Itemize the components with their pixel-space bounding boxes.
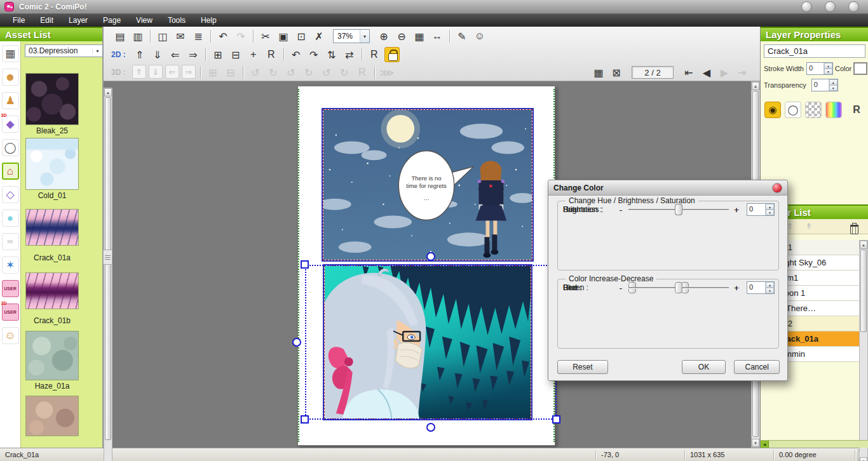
- spin-down-icon[interactable]: ▼: [829, 85, 837, 91]
- flip-vertical-icon[interactable]: ⇅: [324, 47, 339, 62]
- character-3d-icon[interactable]: ☺: [472, 29, 487, 44]
- dialog-title-bar[interactable]: Change Color: [548, 180, 787, 196]
- layer-list-scrollbar[interactable]: ▲ ▼: [859, 240, 868, 461]
- dialog-close-button[interactable]: [772, 183, 782, 193]
- undo-icon[interactable]: ↶: [215, 29, 231, 44]
- user-3d-tool-icon[interactable]: USER 3D: [2, 304, 19, 321]
- character-tool-icon[interactable]: ♟: [2, 92, 19, 109]
- item-2d-tool-icon[interactable]: ◇: [2, 186, 19, 203]
- pose-edit-icon[interactable]: ✎: [454, 29, 470, 44]
- comic-panel-1[interactable]: There is no time for regrets …: [322, 108, 534, 262]
- transparency-checker-icon[interactable]: [805, 102, 822, 118]
- zoom-level-select[interactable]: 37% ▼: [333, 29, 370, 43]
- menu-item-tools[interactable]: Tools: [160, 15, 193, 26]
- selection-handle-bottom-right[interactable]: [552, 415, 560, 424]
- rotate-ccw-icon[interactable]: ↶: [288, 47, 304, 62]
- zoom-in-icon[interactable]: ⊕: [376, 29, 391, 44]
- page-list-icon[interactable]: ▦: [412, 29, 427, 44]
- balloon-tool-icon[interactable]: ◯: [2, 139, 19, 156]
- selection-handle-left-center[interactable]: [292, 338, 301, 347]
- layer-name-input[interactable]: Crack_01a: [764, 44, 865, 58]
- print-icon[interactable]: ≣: [191, 29, 206, 44]
- menu-item-help[interactable]: Help: [193, 15, 224, 26]
- close-button[interactable]: [848, 1, 859, 12]
- maximize-button[interactable]: [825, 1, 836, 12]
- prev-page-icon[interactable]: ◀: [699, 65, 714, 80]
- character-balloon-tool-icon[interactable]: ☻: [2, 69, 19, 86]
- asset-thumbnail[interactable]: [25, 73, 79, 125]
- move-up-icon[interactable]: ⇑: [132, 47, 147, 62]
- spin-down-icon[interactable]: ▼: [766, 288, 774, 293]
- stroke-color-swatch[interactable]: [853, 62, 867, 75]
- asset-thumbnail[interactable]: [25, 209, 79, 246]
- selection-handle-top-left[interactable]: [301, 260, 309, 269]
- selection-handle-top-center[interactable]: [426, 252, 435, 261]
- menu-item-file[interactable]: File: [5, 15, 32, 26]
- selection-rectangle[interactable]: [305, 265, 557, 420]
- flip-horizontal-icon[interactable]: ⇄: [342, 47, 357, 62]
- menu-item-page[interactable]: Page: [95, 15, 128, 26]
- delete-page-icon[interactable]: ⊠: [609, 65, 624, 80]
- background-tool-icon[interactable]: ⌂: [2, 163, 19, 180]
- first-page-icon[interactable]: ⇤: [681, 65, 696, 80]
- zoom-out-icon[interactable]: ⊖: [394, 29, 409, 44]
- layer-list-horizontal-scrollbar[interactable]: ◀: [761, 440, 868, 448]
- transparency-spinner[interactable]: 0 ▲ ▼: [811, 79, 838, 91]
- post-web-icon[interactable]: ✉: [173, 29, 188, 44]
- reset-rotation-icon[interactable]: R: [367, 47, 382, 62]
- open-icon[interactable]: ▤: [112, 29, 128, 44]
- paste-icon[interactable]: ⊡: [294, 29, 309, 44]
- value-spinner[interactable]: 0 ▲ ▼: [747, 203, 775, 216]
- spin-up-icon[interactable]: ▲: [766, 204, 774, 210]
- asset-thumbnail[interactable]: [25, 331, 79, 380]
- slider-track[interactable]: [628, 204, 729, 215]
- spin-down-icon[interactable]: ▼: [766, 210, 774, 215]
- fit-width-icon[interactable]: ↔: [430, 29, 445, 44]
- asset-list-scrollbar[interactable]: ▲ ▼: [104, 88, 112, 461]
- import-3d-icon[interactable]: ◫: [155, 29, 170, 44]
- reset-properties-icon[interactable]: R: [848, 102, 865, 118]
- menu-item-view[interactable]: View: [128, 15, 160, 26]
- visibility-eye-icon[interactable]: ◉: [764, 102, 781, 118]
- scroll-left-icon[interactable]: ◀: [761, 441, 769, 448]
- cancel-button[interactable]: Cancel: [734, 360, 780, 374]
- effect-drop-tool-icon[interactable]: ●: [2, 210, 19, 227]
- free-move-icon[interactable]: +: [246, 47, 261, 62]
- move-right-icon[interactable]: ⇒: [186, 47, 201, 62]
- move-down-icon[interactable]: ⇓: [150, 47, 165, 62]
- color-rainbow-icon[interactable]: [825, 102, 842, 118]
- shrink-icon[interactable]: ⊟: [228, 47, 243, 62]
- panel-splitter-grip[interactable]: [103, 250, 112, 265]
- asset-thumbnail[interactable]: [25, 396, 79, 436]
- minimize-button[interactable]: [801, 1, 812, 12]
- spin-up-icon[interactable]: ▲: [766, 282, 774, 288]
- snap-lock-icon[interactable]: [384, 47, 400, 62]
- item-3d-tool-icon[interactable]: ◆ 3D: [2, 116, 19, 133]
- balloon-style-icon[interactable]: ◯: [785, 102, 801, 118]
- menu-item-edit[interactable]: Edit: [32, 15, 61, 26]
- enlarge-icon[interactable]: ⊞: [210, 47, 226, 62]
- scrollbar-thumb[interactable]: [860, 250, 867, 332]
- scroll-up-icon[interactable]: ▲: [104, 88, 112, 97]
- delete-icon[interactable]: ✗: [311, 29, 327, 44]
- selection-handle-bottom-left[interactable]: [301, 415, 309, 424]
- spin-up-icon[interactable]: ▲: [824, 63, 832, 69]
- character-box-tool-icon[interactable]: ☺: [2, 327, 19, 344]
- user-2d-tool-icon[interactable]: USER: [2, 280, 19, 297]
- copy-icon[interactable]: ▣: [276, 29, 291, 44]
- selection-handle-bottom-center[interactable]: [426, 423, 435, 432]
- reset-size-icon[interactable]: R: [264, 47, 279, 62]
- panel-tool-icon[interactable]: ▦: [2, 45, 19, 62]
- value-spinner[interactable]: 0 ▲ ▼: [747, 281, 775, 294]
- asset-category-dropdown[interactable]: 03.Depression ▼: [25, 44, 103, 57]
- layer-delete-icon[interactable]: [847, 220, 860, 233]
- scroll-up-icon[interactable]: ▲: [752, 82, 759, 90]
- slider-thumb[interactable]: [675, 282, 682, 293]
- cut-icon[interactable]: ✂: [258, 29, 273, 44]
- move-left-icon[interactable]: ⇐: [168, 47, 183, 62]
- reset-button[interactable]: Reset: [557, 360, 608, 374]
- spin-down-icon[interactable]: ▼: [824, 69, 832, 74]
- add-page-icon[interactable]: ▦: [591, 65, 606, 80]
- scroll-down-icon[interactable]: ▼: [752, 439, 759, 447]
- rotate-cw-icon[interactable]: ↷: [306, 47, 322, 62]
